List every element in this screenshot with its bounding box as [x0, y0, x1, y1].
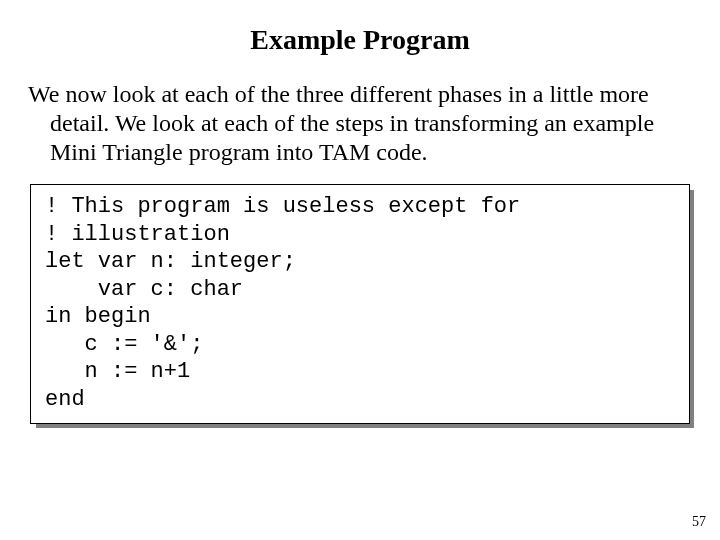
- page-number: 57: [692, 514, 706, 530]
- slide-body: We now look at each of the three differe…: [28, 80, 692, 166]
- slide: Example Program We now look at each of t…: [0, 0, 720, 540]
- code-block: ! This program is useless except for ! i…: [30, 184, 690, 424]
- code-block-container: ! This program is useless except for ! i…: [30, 184, 690, 424]
- slide-title: Example Program: [28, 24, 692, 56]
- body-paragraph: We now look at each of the three differe…: [28, 80, 692, 166]
